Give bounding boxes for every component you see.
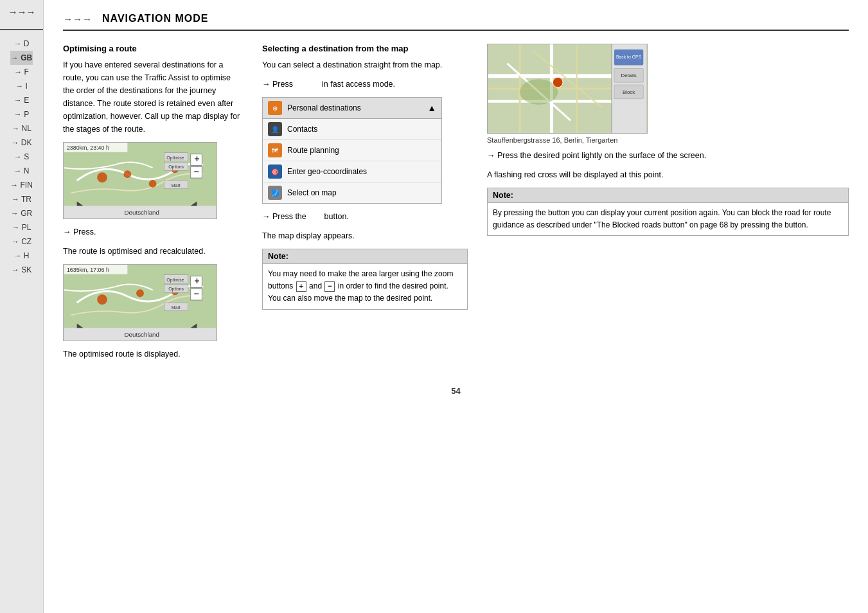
svg-point-23 (136, 289, 144, 297)
middle-map-appears: The map display appears. (262, 229, 468, 242)
svg-text:2380km, 23:40 h: 2380km, 23:40 h (67, 145, 109, 151)
zoom-plus-button[interactable]: + (296, 281, 306, 292)
content-area: Optimising a route If you have entered s… (63, 44, 849, 367)
left-column: Optimising a route If you have entered s… (63, 44, 243, 367)
svg-text:Deutschland: Deutschland (124, 331, 159, 338)
screenshot-caption: Stauffenbergstrasse 16, Berlin, Tiergart… (487, 136, 849, 144)
zoom-minus-button[interactable]: − (324, 281, 335, 292)
arrow-icon: → (63, 227, 71, 236)
menu-up-arrow[interactable]: ▲ (427, 103, 436, 113)
menu-header: ⊕ Personal destinations ▲ (263, 98, 441, 119)
svg-text:+: + (195, 276, 200, 286)
sidebar-item-gr[interactable]: → GR (10, 206, 33, 220)
map1-container: 2380km, 23:40 h + − Optimise Options Sta… (63, 142, 217, 219)
svg-text:Optimise: Optimise (166, 155, 184, 161)
svg-text:−: − (194, 167, 199, 177)
svg-text:Back to GPS: Back to GPS (616, 55, 642, 59)
sidebar-item-f[interactable]: → F (10, 65, 33, 79)
svg-text:+: + (195, 154, 200, 164)
route-label: Route planning (287, 146, 339, 155)
middle-note-box: Note: You may need to make the area larg… (262, 249, 468, 310)
svg-text:Start: Start (171, 305, 181, 310)
right-para1: → Press the desired point lightly on the… (487, 149, 849, 162)
svg-text:Block: Block (623, 89, 635, 95)
sidebar-item-gb[interactable]: → GB (10, 51, 33, 65)
svg-text:Details: Details (621, 73, 637, 78)
middle-note-content: You may need to make the area larger usi… (263, 264, 467, 309)
svg-point-50 (520, 79, 558, 104)
contacts-label: Contacts (287, 125, 317, 134)
page-title: NAVIGATION MODE (102, 13, 209, 24)
left-heading: Optimising a route (63, 44, 243, 53)
sidebar-item-n[interactable]: → N (10, 164, 33, 178)
left-final-text: The optimised route is displayed. (63, 348, 243, 360)
menu-item-select[interactable]: 🗾 Select on map (263, 182, 441, 203)
sidebar-item-pl[interactable]: → PL (10, 220, 33, 235)
right-note-content: By pressing the button you can display y… (488, 203, 848, 235)
middle-note-header: Note: (263, 249, 467, 264)
sidebar-item-e[interactable]: → E (10, 93, 33, 107)
sidebar-arrows: →→→ (8, 6, 35, 17)
sidebar-item-dk[interactable]: → DK (10, 136, 33, 150)
press-suffix: . (94, 227, 96, 236)
screenshot-map: Back to GPS Details Block (487, 44, 648, 134)
sidebar-item-fin[interactable]: → FIN (10, 178, 33, 192)
right-note-header: Note: (488, 188, 848, 203)
sidebar-item-sk[interactable]: → SK (10, 263, 33, 277)
svg-text:1635km, 17:06 h: 1635km, 17:06 h (67, 267, 109, 273)
middle-press-btn: → Press the button. (262, 210, 468, 223)
menu-item-geo[interactable]: 🎯 Enter geo-ccoordinates (263, 161, 441, 182)
page-number: 54 (63, 386, 849, 396)
menu-list: ⊕ Personal destinations ▲ 👤 Contacts 🗺 R… (262, 97, 442, 204)
svg-point-3 (149, 180, 157, 188)
contacts-icon: 👤 (268, 122, 282, 136)
sidebar-divider (0, 29, 43, 30)
middle-column: Selecting a destination from the map You… (262, 44, 468, 367)
sidebar: →→→ → D→ GB→ F→ I→ E→ P→ NL→ DK→ S→ N→ F… (0, 0, 44, 613)
menu-item-contacts[interactable]: 👤 Contacts (263, 119, 441, 140)
sidebar-item-nl[interactable]: → NL (10, 121, 33, 136)
menu-header-label: Personal destinations (287, 103, 361, 112)
sidebar-item-p[interactable]: → P (10, 107, 33, 121)
sidebar-item-tr[interactable]: → TR (10, 192, 33, 206)
left-optimised-text: The route is optimised and recalculated. (63, 245, 243, 258)
menu-item-route[interactable]: 🗺 Route planning (263, 140, 441, 161)
right-column: Back to GPS Details Block Stauffenbergst… (487, 44, 849, 367)
svg-text:−: − (194, 289, 199, 299)
middle-press-line1: → Press in fast access mode. (262, 78, 468, 91)
svg-point-2 (123, 170, 131, 178)
right-note-box: Note: By pressing the button you can dis… (487, 188, 849, 236)
svg-text:Deutschland: Deutschland (124, 209, 159, 216)
sidebar-item-cz[interactable]: → CZ (10, 235, 33, 249)
geo-icon: 🎯 (268, 164, 282, 179)
map2-container: 1635km, 17:06 h + − Optimise Options Sta… (63, 264, 217, 341)
right-para2: A flashing red cross will be displayed a… (487, 168, 849, 181)
svg-text:Optimise: Optimise (166, 278, 184, 283)
sidebar-item-d[interactable]: → D (10, 37, 33, 51)
svg-point-51 (553, 77, 563, 87)
middle-heading: Selecting a destination from the map (262, 44, 468, 53)
svg-point-22 (97, 294, 107, 305)
svg-text:Options: Options (168, 164, 184, 170)
middle-para1: You can select a destination straight fr… (262, 58, 468, 71)
menu-header-icon: ⊕ (268, 101, 282, 115)
sidebar-item-i[interactable]: → I (10, 79, 33, 93)
geo-label: Enter geo-ccoordinates (287, 167, 367, 176)
main-content: →→→ NAVIGATION MODE Optimising a route I… (44, 0, 868, 613)
right-note-text3: button. (784, 220, 808, 229)
left-para1: If you have entered several destinations… (63, 58, 243, 136)
svg-point-1 (97, 172, 107, 182)
sidebar-item-s[interactable]: → S (10, 150, 33, 164)
route-icon: 🗺 (268, 143, 282, 157)
left-press-text: → Press. (63, 226, 243, 238)
page-header: →→→ NAVIGATION MODE (63, 13, 849, 31)
right-note-text1: By pressing the (493, 208, 548, 217)
select-icon: 🗾 (268, 186, 282, 200)
svg-text:Options: Options (168, 287, 184, 292)
svg-text:Start: Start (171, 183, 181, 188)
note-and-text: and (309, 281, 324, 290)
select-label: Select on map (287, 188, 337, 197)
header-arrows: →→→ (63, 13, 92, 24)
sidebar-item-h[interactable]: → H (10, 249, 33, 263)
